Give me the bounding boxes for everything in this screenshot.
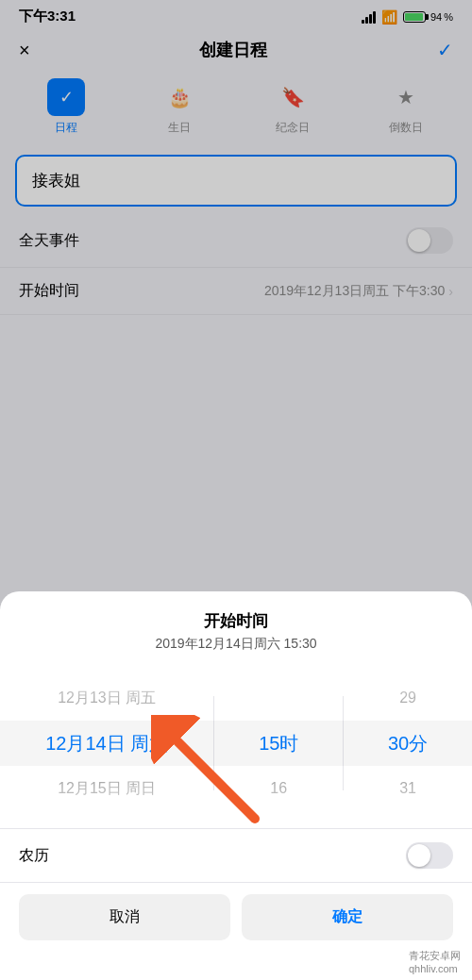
picker-hour-selected: 15时	[214, 721, 343, 766]
picker-date-selected: 12月14日 周六	[0, 721, 213, 766]
picker-hour-prev	[214, 675, 343, 721]
picker-date-next: 12月15日 周日	[0, 766, 213, 811]
picker-hour-next: 16	[214, 766, 343, 811]
picker-minute-prev: 29	[344, 675, 472, 721]
watermark: 青花安卓网 qhhliv.com	[409, 949, 461, 974]
lunar-toggle-knob	[408, 844, 430, 867]
sheet-subtitle: 2019年12月14日周六 15:30	[15, 636, 457, 653]
picker-date-prev: 12月13日 周五	[0, 675, 213, 721]
lunar-row: 农历	[0, 828, 472, 882]
bottom-buttons: 取消 确定	[0, 882, 472, 952]
lunar-label: 农历	[19, 846, 49, 866]
sheet-header: 开始时间 2019年12月14日周六 15:30	[0, 591, 472, 658]
lunar-toggle[interactable]	[406, 842, 453, 869]
bottom-sheet: 开始时间 2019年12月14日周六 15:30 12月13日 周五 12月14…	[0, 591, 472, 980]
picker-hour-column[interactable]: 15时 16	[214, 658, 343, 828]
picker-container[interactable]: 12月13日 周五 12月14日 周六 12月15日 周日 15时 16 29 …	[0, 658, 472, 828]
picker-minute-next: 31	[344, 766, 472, 811]
cancel-button[interactable]: 取消	[19, 894, 230, 940]
sheet-title: 开始时间	[15, 610, 457, 632]
picker-minute-selected: 30分	[344, 721, 472, 766]
confirm-button[interactable]: 确定	[242, 894, 453, 940]
picker-minute-column[interactable]: 29 30分 31	[344, 658, 472, 828]
picker-date-column[interactable]: 12月13日 周五 12月14日 周六 12月15日 周日	[0, 658, 213, 828]
